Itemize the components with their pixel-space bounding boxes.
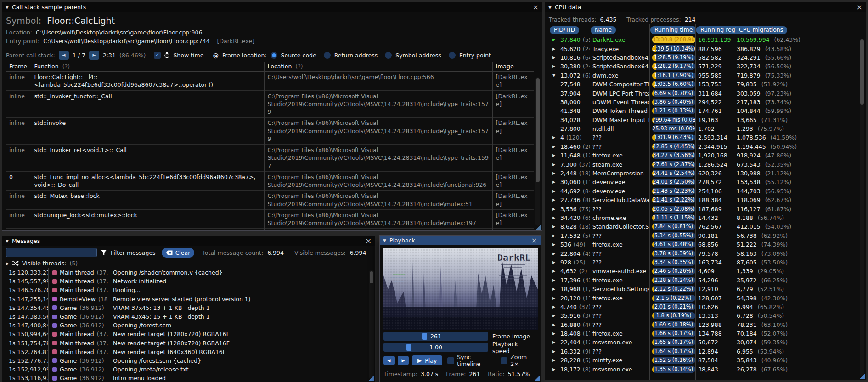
expand-icon[interactable]: ▶: [552, 180, 558, 184]
resize-grip[interactable]: [534, 375, 540, 381]
function-cell[interactable]: std::_Invoker_functor::_Call: [31, 90, 264, 118]
scrollbar-thumb[interactable]: [860, 39, 864, 105]
col-image[interactable]: Image: [492, 62, 534, 72]
step-back-button[interactable]: ◀: [383, 356, 395, 365]
radio-entry-point[interactable]: [449, 52, 456, 59]
resize-grip[interactable]: [535, 224, 541, 230]
close-icon[interactable]: ×: [857, 4, 862, 11]
cpu-row[interactable]: ▶ 4,632 (2) vmware-authd.exe 2.46 s (0.2…: [549, 267, 866, 275]
col-frame[interactable]: Frame: [6, 62, 31, 72]
cpu-row[interactable]: ▶ 18,460 (20) ??? 42.85 s (4.45%) 2,344,…: [549, 142, 866, 151]
expand-icon[interactable]: ▶: [552, 242, 558, 247]
messages-titlebar[interactable]: ▼ Messages ×: [2, 236, 375, 246]
visible-threads-row[interactable]: ▶ Visible threads: (5): [2, 258, 375, 268]
expand-icon[interactable]: ▶: [552, 56, 558, 60]
cpu-row[interactable]: ▶ 37,840 (55) DarkRL.exe 33:30.8 (208.96…: [549, 35, 866, 44]
radio-return-address[interactable]: [324, 52, 331, 59]
callstack-row[interactable]: inline std::_Invoker_functor::_Call C:\P…: [6, 90, 534, 118]
message-row[interactable]: 1s 146,576,766ns Main thread (37,812) Bo…: [2, 286, 375, 294]
play-button[interactable]: ▶ Play: [412, 355, 442, 365]
message-row[interactable]: 1s 151,754,784ns Main thread (37,812) Ne…: [2, 339, 375, 348]
cpu-row[interactable]: ▶ 45,620 (24) Tracy.exe 1:39.5 (10.34%) …: [549, 44, 866, 53]
cpu-row[interactable]: ▶ 27,736 (88) ServiceHub.DataWarehouse 2…: [549, 196, 866, 204]
cpu-row[interactable]: ▶ 20,120 (17) firefox.exe 2.1 s (0.22%) …: [549, 293, 866, 302]
expand-icon[interactable]: ▶: [552, 207, 558, 211]
cpu-row[interactable]: ▶ 28,228 (5) mintty.exe 1.52 s (0.16%) 8…: [549, 356, 866, 365]
cpu-row[interactable]: ▶ 17,396 (43) firefox.exe 2.28 s (0.24%)…: [549, 276, 866, 285]
expand-icon[interactable]: ▶: [552, 171, 558, 175]
show-time-checkbox[interactable]: [154, 52, 161, 59]
cpu-row[interactable]: 41,348 DWM Token Thread 1.21 s (0.13%) 1…: [549, 107, 866, 115]
prev-stack-button[interactable]: ◀: [59, 51, 69, 60]
cpu-row[interactable]: ▶ 4 (120) ??? 1:01.9 (6.43%) 2,593,314: [549, 133, 866, 142]
expand-icon[interactable]: ▶: [552, 64, 558, 68]
cpu-row[interactable]: 38,000 uDWM Event Thread 3.86 s (0.40%) …: [549, 98, 866, 107]
sync-timeline-checkbox[interactable]: [447, 357, 454, 364]
expand-icon[interactable]: ▶: [552, 296, 558, 300]
callstack-titlebar[interactable]: ▼ Call stack sample parents ×: [2, 2, 542, 12]
cpu-row[interactable]: ▶ 4,740 (37) ??? 2.01 s (0.21%) 10,626: [549, 303, 866, 311]
callstack-row[interactable]: 1 TaskDispatch::Worker C:\Users\wolf\Des…: [6, 229, 534, 230]
collapse-icon[interactable]: ▼: [548, 5, 552, 10]
cpu-row[interactable]: ▶ 18,968 (1,018) ServiceHub.SettingsHost…: [549, 285, 866, 293]
collapse-icon[interactable]: ▼: [383, 238, 386, 243]
playback-speed-slider[interactable]: 1.00: [383, 343, 488, 352]
location-cell[interactable]: C:\Users\wolf\Desktop\darkrl\src\game\fl…: [264, 72, 492, 91]
expand-icon[interactable]: ▶: [552, 349, 558, 354]
radio-return-address-label[interactable]: Return address: [334, 52, 378, 59]
radio-source-code[interactable]: [271, 52, 277, 59]
cpu-row[interactable]: ▼ 13,072 (6) dwm.exe 1:16.1 (7.90%) 955,…: [549, 71, 866, 80]
radio-symbol-address[interactable]: [385, 52, 392, 59]
function-cell[interactable]: std::invoke: [31, 118, 264, 145]
expand-icon[interactable]: ▶: [552, 305, 558, 309]
expand-icon[interactable]: ▶: [552, 153, 558, 157]
cpu-row[interactable]: ▶ 2,448 (18) MemCompression 24.41 s (2.5…: [549, 169, 866, 178]
cpu-scrollbar[interactable]: [860, 39, 864, 377]
expand-icon[interactable]: ▶: [552, 198, 558, 202]
cpu-row[interactable]: ▶ 536 (49) firefox.exe 4.61 s (0.48%) 68…: [549, 240, 866, 249]
expand-icon[interactable]: ▶: [552, 189, 558, 193]
expand-icon[interactable]: ▶: [552, 323, 558, 327]
cpu-row[interactable]: ▶ 22,804 (45) ??? 3.78 s (0.39%) 79,578: [549, 249, 866, 258]
next-stack-button[interactable]: ▶: [89, 51, 99, 60]
callstack-row[interactable]: inline std::invoke C:\Program Files (x86…: [6, 118, 534, 145]
expand-icon[interactable]: ▶: [552, 38, 558, 42]
function-cell[interactable]: std::_Mutex_base::lock: [31, 191, 264, 210]
expand-icon[interactable]: ▶: [552, 278, 558, 282]
expand-icon[interactable]: ▶: [552, 269, 558, 273]
message-row[interactable]: 1s 147,383,566ns Game (36,912) VRAM 43x4…: [2, 312, 375, 321]
zoom-checkbox[interactable]: [501, 357, 507, 364]
radio-source-code-label[interactable]: Source code: [281, 52, 316, 59]
zoom-option[interactable]: Zoom 2×: [501, 354, 537, 367]
function-cell[interactable]: TaskDispatch::Worker: [31, 229, 264, 230]
cpu-row[interactable]: ▶ 16,880 (46) ??? 1.69 s (0.18%) 123,988: [549, 320, 866, 329]
expand-icon[interactable]: ▶: [552, 331, 558, 336]
col-function[interactable]: Function (?): [31, 62, 264, 72]
cpu-row[interactable]: ▶ 16,332 (982) ??? 1.64 s (0.17%) 12,894: [549, 347, 866, 356]
cpu-row[interactable]: ▶ 35,916 (36) ??? 1.8 s (0.19%) 13,313: [549, 311, 866, 320]
cpu-row[interactable]: ▶ 17,532 (56) ??? 5.34 s (0.55%) 90,181: [549, 231, 866, 240]
scrollbar-thumb[interactable]: [536, 78, 540, 182]
col-name[interactable]: Name: [591, 26, 616, 34]
callstack-row[interactable]: 0 std::_Func_impl_no_alloc<<lambda_5bc22…: [6, 171, 534, 191]
radio-symbol-address-label[interactable]: Symbol address: [395, 52, 441, 59]
cpu-row[interactable]: ▶ 8,628 (18) StandardCollector.Service.e…: [549, 222, 866, 231]
cpu-row[interactable]: ▶ 34,420 (65) chrome.exe 11.11 s (1.15%)…: [549, 213, 866, 222]
function-cell[interactable]: std::unique_lock<std::mutex>::lock: [31, 209, 264, 229]
message-row[interactable]: 1s 152,764,817ns Main thread (37,812) Ne…: [2, 348, 375, 356]
close-icon[interactable]: ×: [533, 4, 539, 11]
callstack-row[interactable]: inline std::_Mutex_base::lock C:\Program…: [6, 191, 534, 210]
scrollbar-thumb[interactable]: [370, 271, 373, 283]
expand-icon[interactable]: ▶: [552, 358, 558, 362]
callstack-row[interactable]: inline std::unique_lock<std::mutex>::loc…: [6, 209, 534, 229]
expand-icon[interactable]: ▶: [552, 163, 558, 167]
expand-icon[interactable]: ▶: [552, 135, 558, 140]
cpu-row[interactable]: ▶ 18,172 (8) msvsmon.exe 1.35 s (0.14%) …: [549, 365, 866, 373]
function-cell[interactable]: Floor::CalcLight::__l4::<lambda_5bc224f1…: [31, 72, 264, 91]
sync-timeline-option[interactable]: Sync timeline: [447, 354, 496, 367]
expand-icon[interactable]: ▶: [552, 314, 558, 318]
cpu-row[interactable]: 27,548 DWM Compositor Thread 1:03.5 (6.6…: [549, 80, 866, 89]
step-forward-button[interactable]: ▶: [398, 356, 409, 365]
cpu-row[interactable]: ▶ 18,408 (17) firefox.exe 1.66 s (0.17%)…: [549, 329, 866, 338]
function-cell[interactable]: std::_Func_impl_no_alloc<<lambda_5bc224f…: [31, 171, 264, 191]
